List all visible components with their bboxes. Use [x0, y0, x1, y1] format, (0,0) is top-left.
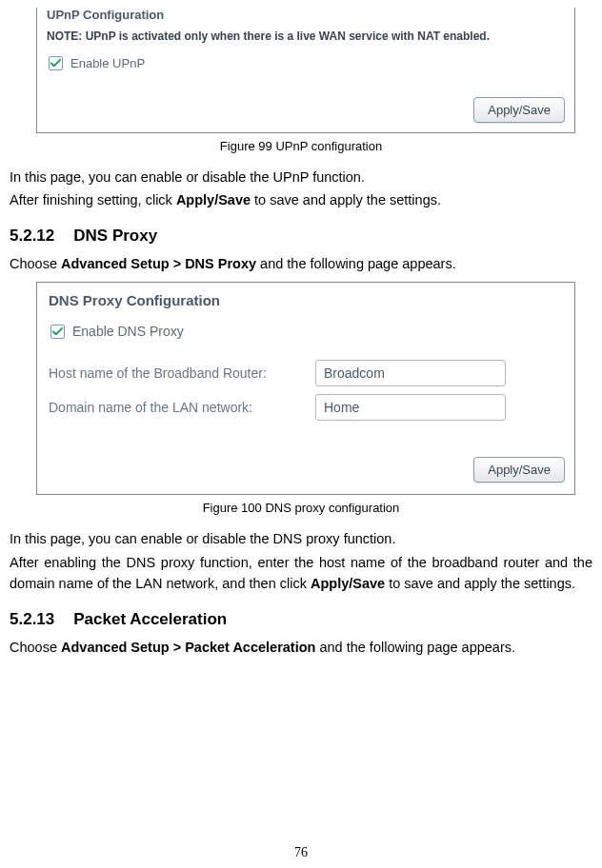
enable-upnp-row: Enable UPnP — [49, 56, 565, 70]
sec13-intro-post: and the following page appears. — [315, 640, 515, 655]
dns-para2: After enabling the DNS proxy function, e… — [10, 552, 592, 595]
upnp-para2-bold: Apply/Save — [176, 192, 251, 207]
sec12-intro-pre: Choose — [10, 256, 61, 271]
domain-name-row: Domain name of the LAN network: — [49, 394, 565, 421]
sec13-intro-pre: Choose — [10, 640, 61, 655]
upnp-para2-pre: After finishing setting, click — [10, 192, 176, 207]
dns-screenshot: DNS Proxy Configuration Enable DNS Proxy… — [36, 282, 575, 495]
section-5-2-12-title: DNS Proxy — [73, 227, 157, 245]
dns-button-row: Apply/Save — [49, 457, 565, 483]
apply-save-button[interactable]: Apply/Save — [473, 457, 565, 483]
sec12-intro-post: and the following page appears. — [256, 256, 456, 271]
domain-name-label: Domain name of the LAN network: — [49, 400, 315, 415]
host-name-label: Host name of the Broadband Router: — [49, 365, 315, 381]
page-number: 76 — [0, 845, 602, 860]
upnp-button-row: Apply/Save — [47, 97, 565, 123]
section-5-2-12-num: 5.2.12 — [10, 227, 54, 245]
section-5-2-12-heading: 5.2.12DNS Proxy — [10, 227, 592, 246]
upnp-title: UPnP Configuration — [47, 8, 565, 22]
enable-dns-row: Enable DNS Proxy — [50, 324, 565, 339]
section-5-2-13-heading: 5.2.13Packet Acceleration — [10, 610, 592, 629]
sec13-intro-bold: Advanced Setup > Packet Acceleration — [61, 640, 315, 655]
upnp-screenshot: UPnP Configuration NOTE: UPnP is activat… — [36, 8, 575, 133]
enable-upnp-label: Enable UPnP — [70, 56, 145, 70]
sec12-intro: Choose Advanced Setup > DNS Proxy and th… — [10, 253, 592, 274]
dns-para2-post: to save and apply the settings. — [385, 576, 575, 591]
host-name-input[interactable] — [315, 360, 506, 386]
dns-title: DNS Proxy Configuration — [49, 292, 565, 308]
apply-save-button[interactable]: Apply/Save — [473, 97, 565, 123]
host-name-row: Host name of the Broadband Router: — [49, 360, 565, 386]
enable-dns-checkbox[interactable] — [50, 325, 65, 339]
upnp-para2: After finishing setting, click Apply/Sav… — [10, 189, 592, 210]
upnp-para2-post: to save and apply the settings. — [251, 192, 441, 207]
check-icon — [50, 58, 61, 69]
dns-para1: In this page, you can enable or disable … — [10, 528, 592, 549]
figure-100-caption: Figure 100 DNS proxy configuration — [10, 501, 592, 515]
figure-99-caption: Figure 99 UPnP configuration — [10, 139, 592, 153]
section-5-2-13-num: 5.2.13 — [10, 610, 54, 628]
enable-upnp-checkbox[interactable] — [49, 56, 63, 70]
domain-name-input[interactable] — [315, 394, 506, 421]
enable-dns-label: Enable DNS Proxy — [72, 324, 184, 339]
sec13-intro: Choose Advanced Setup > Packet Accelerat… — [10, 637, 592, 658]
dns-para2-bold: Apply/Save — [311, 576, 385, 591]
upnp-note: NOTE: UPnP is activated only when there … — [47, 30, 565, 43]
upnp-para1: In this page, you can enable or disable … — [10, 167, 592, 187]
section-5-2-13-title: Packet Acceleration — [73, 610, 227, 628]
sec12-intro-bold: Advanced Setup > DNS Proxy — [61, 256, 256, 271]
check-icon — [52, 326, 63, 337]
